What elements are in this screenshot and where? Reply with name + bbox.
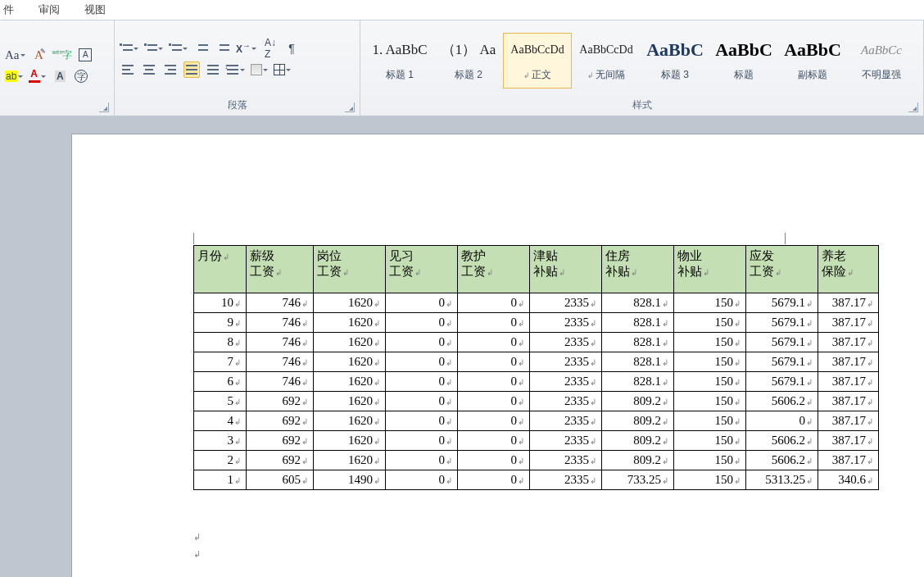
borders-button[interactable]	[274, 61, 292, 78]
font-dialog-launcher[interactable]	[99, 102, 109, 112]
shading-button[interactable]	[251, 61, 269, 78]
table-cell[interactable]: 5679.1↲	[746, 293, 818, 313]
table-cell[interactable]: 5679.1↲	[746, 313, 818, 333]
table-cell[interactable]: 150↲	[674, 451, 746, 470]
table-cell[interactable]: 7↲	[194, 352, 247, 372]
table-cell[interactable]: 150↲	[674, 392, 746, 411]
table-cell[interactable]: 0↲	[386, 313, 458, 333]
table-cell[interactable]: 5606.2↲	[746, 431, 818, 451]
table-cell[interactable]: 387.17↲	[818, 431, 879, 451]
table-cell[interactable]: 828.1↲	[602, 352, 674, 372]
table-cell[interactable]: 150↲	[674, 352, 746, 372]
table-cell[interactable]: 2335↲	[530, 352, 602, 372]
character-border-button[interactable]: A	[77, 47, 93, 63]
table-cell[interactable]: 0↲	[458, 431, 530, 451]
table-cell[interactable]: 150↲	[674, 431, 746, 451]
table-cell[interactable]: 5↲	[194, 392, 247, 411]
table-cell[interactable]: 8↲	[194, 333, 247, 352]
table-cell[interactable]: 2335↲	[530, 293, 602, 313]
salary-table[interactable]: 月份↲薪级工资↲岗位工资↲见习工资↲教护工资↲津贴补贴↲住房补贴↲物业补贴↲应发…	[193, 245, 879, 490]
table-cell[interactable]: 692↲	[247, 392, 314, 411]
col-header[interactable]: 养老保险↲	[818, 246, 879, 293]
table-cell[interactable]: 0↲	[386, 352, 458, 372]
table-cell[interactable]: 150↲	[674, 411, 746, 431]
table-cell[interactable]: 387.17↲	[818, 333, 879, 352]
tab-file[interactable]: 件	[3, 2, 14, 17]
table-cell[interactable]: 828.1↲	[602, 313, 674, 333]
style-不明显强[interactable]: AaBbCc不明显强	[847, 33, 916, 89]
table-cell[interactable]: 2335↲	[530, 451, 602, 470]
table-cell[interactable]: 0↲	[746, 411, 818, 431]
table-cell[interactable]: 746↲	[247, 352, 314, 372]
table-cell[interactable]: 1620↲	[314, 352, 386, 372]
style-gallery[interactable]: 1. AaBbC标题 1（1） Aa标题 2AaBbCcDd↲正文AaBbCcD…	[360, 31, 923, 89]
styles-dialog-launcher[interactable]	[908, 102, 918, 112]
align-left-button[interactable]	[120, 61, 136, 78]
table-cell[interactable]: 746↲	[247, 293, 314, 313]
table-cell[interactable]: 4↲	[194, 411, 247, 431]
enclose-characters-button[interactable]: 字	[73, 68, 89, 84]
table-cell[interactable]: 0↲	[458, 293, 530, 313]
tab-view[interactable]: 视图	[84, 2, 106, 17]
col-header[interactable]: 住房补贴↲	[602, 246, 674, 293]
increase-indent-button[interactable]	[215, 40, 231, 57]
table-cell[interactable]: 0↲	[458, 451, 530, 470]
table-cell[interactable]: 828.1↲	[602, 372, 674, 392]
col-header[interactable]: 应发工资↲	[746, 246, 818, 293]
table-row[interactable]: 3↲692↲1620↲0↲0↲2335↲809.2↲150↲5606.2↲387…	[194, 431, 879, 451]
table-row[interactable]: 9↲746↲1620↲0↲0↲2335↲828.1↲150↲5679.1↲387…	[194, 313, 879, 333]
table-cell[interactable]: 0↲	[458, 470, 530, 490]
table-cell[interactable]: 150↲	[674, 470, 746, 490]
table-row[interactable]: 4↲692↲1620↲0↲0↲2335↲809.2↲150↲0↲387.17↲	[194, 411, 879, 431]
table-cell[interactable]: 340.6↲	[818, 470, 879, 490]
table-cell[interactable]: 0↲	[458, 372, 530, 392]
table-cell[interactable]: 150↲	[674, 333, 746, 352]
table-cell[interactable]: 605↲	[247, 470, 314, 490]
table-cell[interactable]: 809.2↲	[602, 431, 674, 451]
character-shading-button[interactable]: A	[52, 68, 68, 84]
table-cell[interactable]: 828.1↲	[602, 293, 674, 313]
table-cell[interactable]: 1620↲	[314, 431, 386, 451]
table-cell[interactable]: 0↲	[386, 451, 458, 470]
table-cell[interactable]: 733.25↲	[602, 470, 674, 490]
table-cell[interactable]: 5606.2↲	[746, 451, 818, 470]
table-cell[interactable]: 828.1↲	[602, 333, 674, 352]
table-cell[interactable]: 0↲	[386, 431, 458, 451]
table-cell[interactable]: 746↲	[247, 333, 314, 352]
style-标题 2[interactable]: （1） Aa标题 2	[434, 33, 503, 89]
table-cell[interactable]: 809.2↲	[602, 392, 674, 411]
table-row[interactable]: 8↲746↲1620↲0↲0↲2335↲828.1↲150↲5679.1↲387…	[194, 333, 879, 352]
table-cell[interactable]: 387.17↲	[818, 451, 879, 470]
align-justify-button[interactable]	[183, 61, 200, 78]
table-cell[interactable]: 387.17↲	[818, 352, 879, 372]
table-cell[interactable]: 746↲	[247, 372, 314, 392]
table-row[interactable]: 10↲746↲1620↲0↲0↲2335↲828.1↲150↲5679.1↲38…	[194, 293, 879, 313]
phonetic-guide-button[interactable]: wén字	[52, 47, 73, 63]
highlight-button[interactable]: ab	[5, 68, 24, 84]
col-header[interactable]: 物业补贴↲	[674, 246, 746, 293]
col-header[interactable]: 津贴补贴↲	[530, 246, 602, 293]
table-cell[interactable]: 746↲	[247, 313, 314, 333]
table-cell[interactable]: 1620↲	[314, 313, 386, 333]
table-cell[interactable]: 0↲	[458, 411, 530, 431]
change-case-button[interactable]: Aa	[5, 47, 26, 63]
table-cell[interactable]: 387.17↲	[818, 411, 879, 431]
table-cell[interactable]: 2335↲	[530, 431, 602, 451]
table-cell[interactable]: 387.17↲	[818, 313, 879, 333]
table-cell[interactable]: 0↲	[458, 392, 530, 411]
bullets-button[interactable]	[120, 40, 139, 57]
table-cell[interactable]: 1↲	[194, 470, 247, 490]
col-header[interactable]: 月份↲	[194, 246, 247, 293]
table-row[interactable]: 6↲746↲1620↲0↲0↲2335↲828.1↲150↲5679.1↲387…	[194, 372, 879, 392]
style-无间隔[interactable]: AaBbCcDd↲无间隔	[572, 33, 641, 89]
align-right-button[interactable]	[162, 61, 179, 78]
document-area[interactable]: 月份↲薪级工资↲岗位工资↲见习工资↲教护工资↲津贴补贴↲住房补贴↲物业补贴↲应发…	[0, 116, 924, 577]
table-cell[interactable]: 2335↲	[530, 411, 602, 431]
table-cell[interactable]: 10↲	[194, 293, 247, 313]
tab-review[interactable]: 审阅	[38, 2, 60, 17]
style-标题[interactable]: AaBbC标题	[709, 33, 778, 89]
table-cell[interactable]: 387.17↲	[818, 392, 879, 411]
table-cell[interactable]: 150↲	[674, 313, 746, 333]
col-header[interactable]: 教护工资↲	[458, 246, 530, 293]
table-cell[interactable]: 387.17↲	[818, 372, 879, 392]
